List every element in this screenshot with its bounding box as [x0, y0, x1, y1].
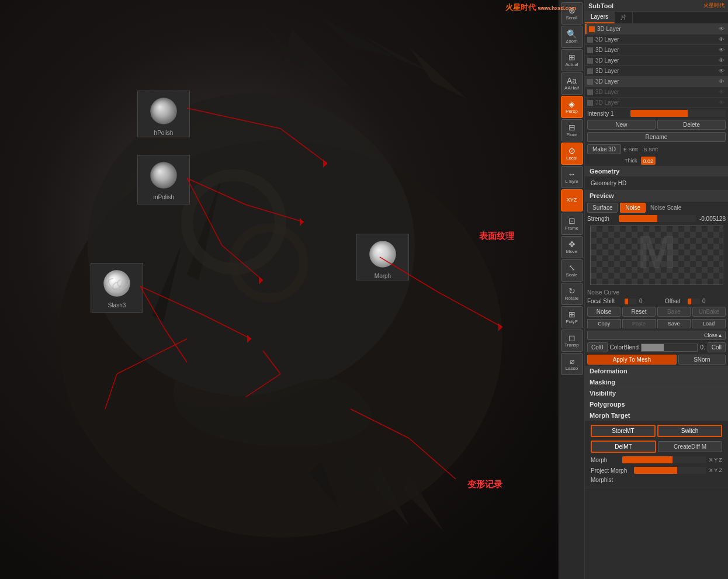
layer-item[interactable]: 3D Layer 👁	[585, 45, 728, 56]
close-button[interactable]: Close▲	[587, 331, 726, 340]
thick-value[interactable]: 0.02	[641, 157, 656, 165]
floor-button[interactable]: ⊟ Floor	[561, 119, 583, 141]
focal-slider[interactable]	[625, 299, 637, 304]
strength-row: Strength -0.005128	[585, 214, 728, 223]
polygroups-section: Polygroups	[585, 399, 728, 410]
colorblend-value: 0.	[700, 344, 705, 351]
actual-button[interactable]: ⊞ Actual	[561, 49, 583, 71]
close-row: Close▲	[585, 330, 728, 341]
surface-button[interactable]: Surface	[587, 203, 618, 213]
layer-item[interactable]: 3D Layer 👁	[585, 77, 728, 87]
scale-button[interactable]: ⤡ Scale	[561, 259, 583, 282]
coll-button[interactable]: Coll	[708, 342, 726, 352]
morph-target-header[interactable]: Morph Target	[585, 410, 728, 421]
storemt-button[interactable]: StoreMT	[591, 425, 656, 437]
strength-slider[interactable]	[619, 215, 696, 222]
layer-item[interactable]: 3D Layer 👁	[585, 87, 728, 98]
preview-header[interactable]: Preview	[585, 190, 728, 201]
eye-icon[interactable]: 👁	[717, 25, 726, 33]
brush-slash3[interactable]: Slash3	[91, 263, 143, 313]
load-button[interactable]: Load	[692, 319, 726, 328]
make3d-row: Make 3D E Smt S Smt	[585, 143, 728, 155]
tab-layers[interactable]: Layers	[585, 12, 615, 23]
project-morph-slider[interactable]	[634, 467, 706, 474]
move-icon: ✥	[568, 240, 576, 248]
paste-button[interactable]: Paste	[622, 319, 656, 328]
creatediff-button[interactable]: CreateDiff M	[658, 441, 722, 452]
rotate-button[interactable]: ↻ Rotate	[561, 283, 583, 305]
brush-mpolish-label: mPolish	[140, 194, 187, 200]
transp-button[interactable]: ◻ Transp	[561, 330, 583, 352]
deformation-header[interactable]: Deformation	[585, 366, 728, 376]
delmt-button[interactable]: DelMT	[591, 441, 656, 453]
transp-icon: ◻	[568, 334, 576, 342]
eye-icon[interactable]: 👁	[717, 88, 726, 96]
copy-button[interactable]: Copy	[587, 319, 621, 328]
aahalf-button[interactable]: Aa AAHalf	[561, 72, 583, 95]
layers-tabs: Layers 片	[585, 12, 728, 24]
make3d-button[interactable]: Make 3D	[587, 144, 621, 154]
lsym-button[interactable]: ↔ L Sym	[561, 166, 583, 188]
layer-item[interactable]: 3D Layer 👁	[585, 98, 728, 108]
viewport[interactable]: hPolish mPolish Slash3 Morph	[0, 0, 561, 579]
delete-button[interactable]: Delete	[657, 120, 726, 130]
eye-icon[interactable]: 👁	[717, 46, 726, 54]
surface-section: Surface Noise Noise Scale Strength -0.00…	[585, 202, 728, 366]
eye-icon-active[interactable]: 👁	[717, 78, 726, 86]
persp-icon: ◈	[568, 100, 575, 108]
geometry-header[interactable]: Geometry	[585, 166, 728, 176]
polygroups-header[interactable]: Polygroups	[585, 399, 728, 410]
lsym-icon: ↔	[568, 170, 576, 178]
delmt-row: DelMT CreateDiff M	[588, 439, 724, 455]
persp-button[interactable]: ◈ Persp	[561, 96, 583, 118]
intensity-row: Intensity 1	[585, 108, 728, 119]
tab-other[interactable]: 片	[615, 12, 633, 23]
new-delete-row: New Delete	[585, 119, 728, 131]
morph-xyz: X Y Z	[709, 457, 722, 463]
unbake-button[interactable]: UnBake	[692, 307, 726, 317]
frame-button[interactable]: ⊡ Frame	[561, 213, 583, 235]
focal-row: Focal Shift 0 Offset 0	[585, 297, 728, 306]
reset-button[interactable]: Reset	[622, 307, 656, 317]
noise-curve-canvas[interactable]	[590, 226, 723, 285]
brush-mpolish[interactable]: mPolish	[137, 155, 190, 204]
noise-reset-button[interactable]: Noise	[587, 307, 620, 317]
visibility-header[interactable]: Visibility	[585, 388, 728, 398]
apply-to-mesh-button[interactable]: Apply To Mesh	[587, 355, 677, 365]
col0-button[interactable]: Col0	[587, 342, 608, 352]
layer-item[interactable]: 3D Layer 👁	[585, 56, 728, 66]
move-button[interactable]: ✥ Move	[561, 236, 583, 258]
xyz-button[interactable]: XYZ	[561, 189, 583, 212]
new-button[interactable]: New	[587, 120, 656, 130]
polyf-button[interactable]: ⊞ PolyF	[561, 306, 583, 328]
offset-slider[interactable]	[688, 299, 700, 304]
morph-target-content: StoreMT Switch DelMT CreateDiff M Morph …	[585, 421, 728, 487]
masking-header[interactable]: Masking	[585, 377, 728, 387]
zoom-button[interactable]: 🔍 Zoom	[561, 26, 583, 48]
eye-icon[interactable]: 👁	[717, 67, 726, 75]
bake-button[interactable]: Bake	[657, 307, 691, 317]
project-morph-row: Project Morph X Y Z	[588, 465, 724, 476]
layer-item[interactable]: 3D Layer 👁	[585, 34, 728, 45]
local-button[interactable]: ⊙ Local	[561, 143, 583, 165]
rotate-icon: ↻	[568, 287, 576, 295]
colorblend-slider[interactable]	[641, 344, 698, 352]
brush-morph[interactable]: Morph	[356, 234, 409, 280]
layer-item[interactable]: 3D Layer 👁	[585, 66, 728, 77]
noise-button[interactable]: Noise	[620, 203, 646, 213]
scroll-icon: ⊕	[568, 6, 576, 15]
eye-icon[interactable]: 👁	[717, 57, 726, 65]
brush-hpolish[interactable]: hPolish	[137, 91, 190, 137]
morph-slider[interactable]	[622, 456, 706, 463]
right-panel: SubTool 火星时代 Layers 片 3D Layer 👁 3D Laye…	[584, 0, 728, 579]
eye-icon[interactable]: 👁	[717, 99, 726, 107]
intensity-slider[interactable]	[630, 110, 726, 117]
eye-icon[interactable]: 👁	[717, 36, 726, 44]
scroll-button[interactable]: ⊕ Scroll	[561, 2, 583, 25]
lasso-button[interactable]: ⌀ Lasso	[561, 353, 583, 375]
rename-button[interactable]: Rename	[587, 132, 726, 142]
switch-button[interactable]: Switch	[657, 425, 722, 437]
save-button[interactable]: Save	[657, 319, 691, 328]
snorm-button[interactable]: SNorn	[678, 355, 726, 365]
layer-item[interactable]: 3D Layer 👁	[585, 24, 728, 34]
